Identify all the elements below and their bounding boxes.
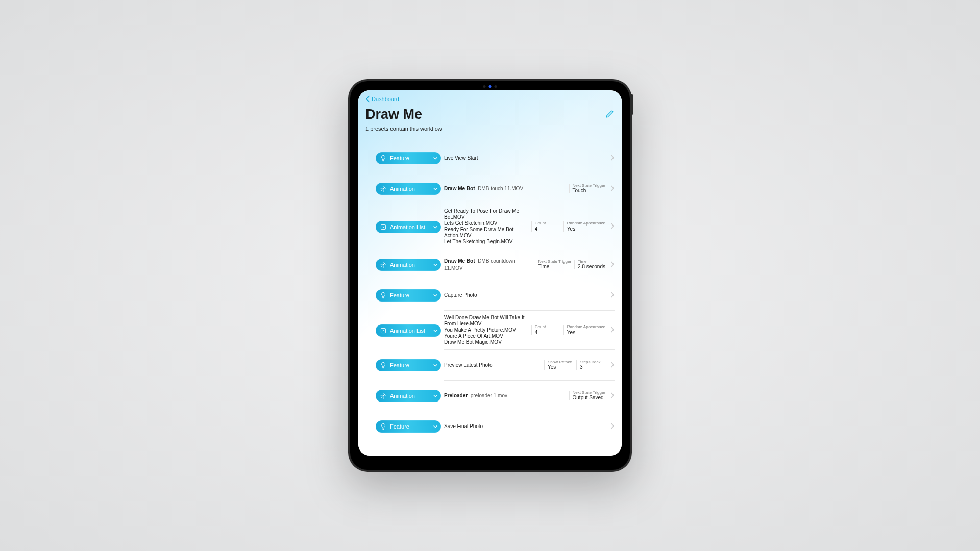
workflow-step: FeatureSave Final Photo [376,411,615,442]
meta-value: 4 [535,330,560,335]
disclosure-chevron[interactable] [610,292,615,299]
meta-label: Next State Trigger [538,260,571,264]
feature-pill[interactable]: Feature [376,152,441,164]
step-title: Draw Me Bot DMB touch 11.MOV [444,185,569,192]
pill-label: Feature [390,292,433,298]
step-detail[interactable]: Save Final Photo [444,411,615,442]
animation-pill[interactable]: Animation [376,183,441,195]
pill-label: Animation [390,262,433,268]
meta-value: Touch [573,188,605,193]
meta-label: Next State Trigger [573,391,605,395]
file-item: Youre A Piece Of Art.MOV [444,333,531,339]
feature-pill[interactable]: Feature [376,420,441,433]
back-button[interactable]: Dashboard [365,95,399,103]
step-title: Preview Latest Photo [444,362,544,369]
meta-value: 3 [580,364,605,370]
workflow-step: FeaturePreview Latest PhotoShow RetakeYe… [376,350,615,381]
meta-count: Count4 [531,325,564,335]
step-detail[interactable]: Preloader preloader 1.movNext State Trig… [444,381,615,411]
meta-count: Count4 [531,221,564,232]
step-title: Live View Start [444,155,608,162]
step-title: Preloader preloader 1.mov [444,392,569,399]
disclosure-chevron[interactable] [610,327,615,334]
meta-value: Yes [548,364,573,370]
meta-value: Yes [567,226,605,232]
meta-value: Output Saved [573,395,605,400]
file-list: Get Ready To Pose For Draw Me Bot.MOVLet… [444,208,531,245]
meta-next_state: Next State TriggerTime [535,260,574,270]
file-item: Well Done Draw Me Bot Will Take It From … [444,315,531,327]
step-title: Capture Photo [444,292,608,299]
meta-value: 2.8 seconds [578,264,605,269]
page-subtitle: 1 presets contain this workflow [365,126,615,132]
pill-label: Animation List [390,224,433,230]
workflow-step: AnimationPreloader preloader 1.movNext S… [376,381,615,411]
disclosure-chevron[interactable] [610,261,615,268]
disclosure-chevron[interactable] [610,362,615,369]
workflow-step: FeatureLive View Start [376,143,615,173]
file-item: Ready For Some Draw Me Bot Action.MOV [444,227,531,239]
feature-pill[interactable]: Feature [376,359,441,371]
step-detail[interactable]: Get Ready To Pose For Draw Me Bot.MOVLet… [444,204,615,249]
animation-pill[interactable]: Animation [376,390,441,402]
disclosure-chevron[interactable] [610,223,615,230]
tablet-device: Dashboard Draw Me 1 presets contain this… [348,79,632,472]
step-detail[interactable]: Live View Start [444,143,615,173]
chevron-left-icon [365,95,370,103]
disclosure-chevron[interactable] [610,423,615,430]
pill-label: Feature [390,423,433,430]
step-detail[interactable]: Draw Me Bot DMB countdown 11.MOVNext Sta… [444,249,615,280]
meta-next_state: Next State TriggerOutput Saved [569,391,608,401]
file-item: Let The Sketching Begin.MOV [444,239,531,245]
meta-show_retake: Show RetakeYes [544,360,576,370]
meta-label: Count [535,325,560,330]
step-detail[interactable]: Preview Latest PhotoShow RetakeYesSteps … [444,350,615,381]
workflow-step: Animation ListWell Done Draw Me Bot Will… [376,311,615,350]
disclosure-chevron[interactable] [610,155,615,162]
meta-value: Time [538,264,571,269]
disclosure-chevron[interactable] [610,185,615,192]
meta-steps_back: Steps Back3 [576,360,608,370]
animlist-pill[interactable]: Animation List [376,324,441,337]
step-title: Draw Me Bot DMB countdown 11.MOV [444,258,535,271]
step-title: Save Final Photo [444,423,608,430]
app-screen: Dashboard Draw Me 1 presets contain this… [358,90,622,456]
page-title: Draw Me [365,107,422,122]
edit-button[interactable] [605,109,615,120]
workflow-step: AnimationDraw Me Bot DMB touch 11.MOVNex… [376,173,615,204]
meta-label: Random Appearance [567,325,605,330]
meta-label: Random Appearance [567,221,605,226]
svg-point-4 [383,395,384,397]
animlist-pill[interactable]: Animation List [376,221,441,233]
pill-label: Feature [390,362,433,368]
pill-label: Animation [390,186,433,192]
pill-label: Feature [390,155,433,161]
feature-pill[interactable]: Feature [376,289,441,302]
pill-label: Animation List [390,328,433,334]
meta-time: Time2.8 seconds [574,260,608,270]
step-detail[interactable]: Capture Photo [444,280,615,311]
workflow-step: FeatureCapture Photo [376,280,615,311]
svg-point-2 [383,264,384,266]
workflow-step: Animation ListGet Ready To Pose For Draw… [376,204,615,249]
step-detail[interactable]: Draw Me Bot DMB touch 11.MOVNext State T… [444,173,615,204]
meta-value: 4 [535,226,560,232]
file-item: Get Ready To Pose For Draw Me Bot.MOV [444,208,531,220]
back-label: Dashboard [372,96,399,102]
file-list: Well Done Draw Me Bot Will Take It From … [444,315,531,345]
meta-label: Time [578,260,605,264]
file-item: Lets Get Sketchin.MOV [444,220,531,227]
meta-label: Show Retake [548,360,573,365]
meta-value: Yes [567,330,605,335]
file-item: You Make A Pretty Picture.MOV [444,327,531,333]
pencil-icon [605,109,615,118]
meta-next_state: Next State TriggerTouch [569,184,608,194]
camera-notch [483,85,497,88]
step-detail[interactable]: Well Done Draw Me Bot Will Take It From … [444,311,615,350]
meta-label: Steps Back [580,360,605,365]
disclosure-chevron[interactable] [610,392,615,399]
svg-point-0 [383,188,384,190]
workflow-step: AnimationDraw Me Bot DMB countdown 11.MO… [376,249,615,280]
meta-random_appearance: Random AppearanceYes [564,221,608,232]
animation-pill[interactable]: Animation [376,259,441,271]
